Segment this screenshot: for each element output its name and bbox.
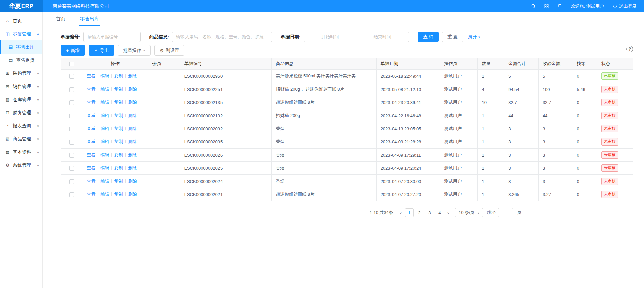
sidebar-item-warehouse-mgmt[interactable]: ▥仓库管理∨ [0,93,42,106]
start-date-input[interactable] [307,34,354,40]
row-action-edit[interactable]: 编辑 [100,73,109,78]
row-checkbox[interactable] [69,74,74,79]
row-checkbox[interactable] [69,166,74,171]
sidebar-item-goods-mgmt[interactable]: ▧商品管理∨ [0,132,42,146]
row-action-edit[interactable]: 编辑 [100,152,109,157]
total-cell: 3 [504,175,539,188]
row-action-delete[interactable]: 删除 [128,192,137,197]
row-action-delete[interactable]: 删除 [128,100,137,105]
row-action-view[interactable]: 查看 [87,152,95,157]
row-action-copy[interactable]: 复制 [114,192,123,197]
row-action-view[interactable]: 查看 [87,73,95,78]
row-action-copy[interactable]: 复制 [114,113,123,118]
row-action-view[interactable]: 查看 [87,179,95,184]
row-action-copy[interactable]: 复制 [114,100,123,105]
row-action-edit[interactable]: 编辑 [100,179,109,184]
sidebar-item-retail-outbound[interactable]: ▤零售出库 [0,40,42,54]
table-row: 查看编辑复制删除LSCK00000002092香烟2023-04-13 23:0… [61,122,633,135]
chevron-down-icon: ∨ [37,85,39,88]
sidebar-item-retail-return[interactable]: ▤零售退货 [0,54,42,67]
row-action-view[interactable]: 查看 [87,192,95,197]
help-icon[interactable]: ? [626,46,633,52]
row-action-edit[interactable]: 编辑 [100,100,109,105]
page-button-4[interactable]: 4 [435,208,444,217]
expand-link[interactable]: 展开 ∨ [468,34,480,40]
divider-icon [125,114,126,117]
divider-icon [111,100,112,104]
row-action-edit[interactable]: 编辑 [100,165,109,170]
bell-icon[interactable] [557,4,562,9]
row-action-delete[interactable]: 删除 [128,126,137,131]
search-icon[interactable] [531,4,536,9]
row-checkbox[interactable] [69,179,74,184]
tab-home[interactable]: 首页 [55,12,66,26]
tab-retail-outbound[interactable]: 零售出库 [79,12,100,26]
page-button-3[interactable]: 3 [425,208,434,217]
page-size-select[interactable]: 10 条/页 ∨ [455,208,483,217]
row-action-edit[interactable]: 编辑 [100,113,109,118]
row-action-delete[interactable]: 删除 [128,87,137,92]
row-action-view[interactable]: 查看 [87,165,95,170]
sidebar-item-label: 首页 [13,18,22,24]
row-checkbox[interactable] [69,153,74,158]
row-action-copy[interactable]: 复制 [114,179,123,184]
export-button[interactable]: 导出 [89,45,114,56]
row-action-edit[interactable]: 编辑 [100,139,109,144]
row-checkbox[interactable] [69,100,74,105]
row-action-delete[interactable]: 删除 [128,139,137,144]
row-action-copy[interactable]: 复制 [114,152,123,157]
row-action-delete[interactable]: 删除 [128,113,137,118]
row-action-copy[interactable]: 复制 [114,87,123,92]
apps-icon[interactable] [544,4,549,9]
row-action-delete[interactable]: 删除 [128,165,137,170]
date-range-picker[interactable]: ~ [304,32,409,42]
row-action-copy[interactable]: 复制 [114,165,123,170]
actions-cell: 查看编辑复制删除 [82,122,148,135]
next-page-button[interactable]: › [446,210,450,215]
prev-page-button[interactable]: ‹ [399,210,403,215]
sidebar-item-system-mgmt[interactable]: ⚙系统管理∨ [0,159,42,172]
row-action-view[interactable]: 查看 [87,126,95,131]
row-checkbox[interactable] [69,87,74,92]
end-date-input[interactable] [359,34,406,40]
row-action-edit[interactable]: 编辑 [100,126,109,131]
row-checkbox[interactable] [69,192,74,197]
chevron-down-icon: ∨ [37,151,39,154]
jump-page-input[interactable] [498,208,513,217]
row-action-delete[interactable]: 删除 [128,73,137,78]
row-action-copy[interactable]: 复制 [114,126,123,131]
batch-actions-button[interactable]: 批量操作 ∨ [118,45,151,56]
row-checkbox[interactable] [69,127,74,131]
add-button[interactable]: + 新增 [61,45,85,56]
status-cell: 未审核 [597,149,633,162]
logout-button[interactable]: 退出登录 [613,3,637,9]
row-action-delete[interactable]: 删除 [128,152,137,157]
row-checkbox[interactable] [69,114,74,118]
sidebar-item-purchase-mgmt[interactable]: ⊞采购管理∨ [0,67,42,80]
row-action-copy[interactable]: 复制 [114,139,123,144]
sidebar-item-finance-mgmt[interactable]: ⊡财务管理∨ [0,106,42,119]
bill-no-input[interactable] [83,32,141,42]
sidebar-item-retail-mgmt[interactable]: ◫零售管理∧ [0,27,42,40]
reset-button[interactable]: 重 置 [442,32,463,42]
page-button-1[interactable]: 1 [405,208,414,217]
column-settings-button[interactable]: ⚙ 列设置 [154,45,184,56]
sidebar-item-label: 财务管理 [13,110,31,116]
row-action-edit[interactable]: 编辑 [100,192,109,197]
sidebar-item-sales-mgmt[interactable]: ⊟销售管理∨ [0,80,42,93]
row-action-view[interactable]: 查看 [87,100,95,105]
sidebar-item-basic-data[interactable]: ▦基本资料∨ [0,146,42,159]
row-checkbox[interactable] [69,140,74,145]
row-action-edit[interactable]: 编辑 [100,87,109,92]
row-action-view[interactable]: 查看 [87,139,95,144]
sidebar-item-home[interactable]: ⌂首页 [0,14,42,27]
select-all-checkbox[interactable] [69,62,74,66]
row-action-view[interactable]: 查看 [87,87,95,92]
page-button-2[interactable]: 2 [415,208,424,217]
goods-input[interactable] [172,32,272,42]
row-action-copy[interactable]: 复制 [114,73,123,78]
row-action-delete[interactable]: 删除 [128,179,137,184]
row-action-view[interactable]: 查看 [87,113,95,118]
sidebar-item-report-query[interactable]: ◔报表查询∨ [0,119,42,132]
search-button[interactable]: 查 询 [418,32,439,42]
